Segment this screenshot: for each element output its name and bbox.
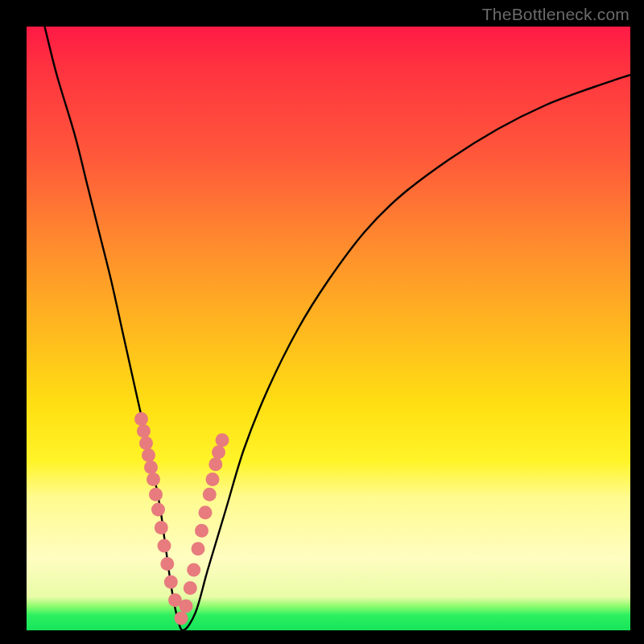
sample-dot: [184, 581, 197, 595]
sample-dot: [147, 473, 160, 486]
sample-dot: [151, 503, 165, 517]
curve-path: [45, 27, 631, 630]
sample-dot: [134, 412, 148, 426]
sample-dot: [206, 473, 220, 486]
sample-dot: [175, 612, 188, 625]
sample-dot: [195, 524, 208, 538]
sample-dot: [139, 436, 153, 450]
sample-dot: [192, 542, 205, 555]
bottleneck-curve: [45, 27, 631, 630]
sample-dot: [160, 557, 174, 571]
chart-frame: TheBottleneck.com: [0, 0, 644, 644]
sample-dot: [187, 564, 200, 577]
sample-dot: [216, 433, 229, 447]
sample-dot: [208, 457, 222, 471]
curve-layer: [0, 0, 644, 644]
sample-dot: [212, 445, 225, 459]
sample-dot: [149, 488, 163, 502]
sample-dot: [203, 488, 217, 502]
sample-dot: [144, 460, 158, 474]
sample-dot: [142, 448, 155, 462]
sample-dot: [164, 576, 178, 589]
sample-dot: [158, 539, 171, 553]
sample-dot: [180, 600, 193, 613]
sample-dot: [199, 506, 213, 519]
sample-dots: [134, 412, 229, 625]
sample-dot: [155, 521, 168, 535]
sample-dot: [137, 424, 151, 438]
watermark-text: TheBottleneck.com: [482, 5, 630, 24]
